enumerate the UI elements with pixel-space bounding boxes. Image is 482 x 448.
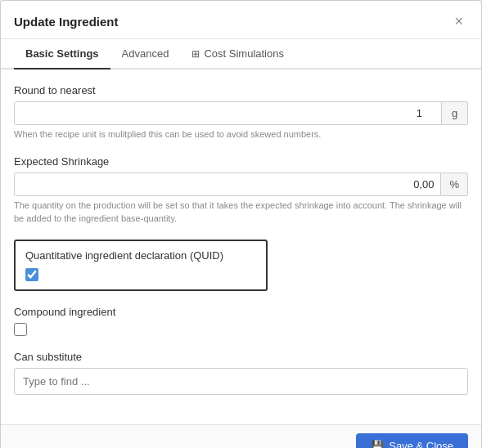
- update-ingredient-dialog: Update Ingredient × Basic Settings Advan…: [0, 0, 482, 448]
- round-to-nearest-suffix: g: [442, 101, 468, 125]
- quid-label: Quantitative ingredient declaration (QUI…: [25, 249, 256, 262]
- quid-checkbox-row: [25, 268, 256, 281]
- tab-bar: Basic Settings Advanced ⊞ Cost Simulatio…: [1, 39, 481, 69]
- tab-cost-simulations-label: Cost Simulations: [204, 47, 284, 60]
- round-to-nearest-label: Round to nearest: [14, 84, 468, 96]
- expected-shrinkage-group: Expected Shrinkage % The quantity on the…: [14, 155, 468, 225]
- round-to-nearest-group: Round to nearest g When the recipe unit …: [14, 84, 468, 141]
- tab-basic-settings-label: Basic Settings: [25, 47, 99, 60]
- save-close-button[interactable]: 💾 Save & Close: [356, 433, 468, 448]
- tab-advanced[interactable]: Advanced: [110, 39, 181, 69]
- dialog-title: Update Ingredient: [14, 15, 119, 29]
- tab-advanced-label: Advanced: [122, 47, 169, 60]
- save-close-label: Save & Close: [389, 440, 453, 448]
- tab-cost-simulations[interactable]: ⊞ Cost Simulations: [180, 39, 295, 69]
- expected-shrinkage-hint: The quantity on the production will be s…: [14, 199, 468, 225]
- table-icon: ⊞: [191, 48, 200, 60]
- dialog-body: Round to nearest g When the recipe unit …: [1, 69, 481, 424]
- compound-ingredient-checkbox[interactable]: [14, 323, 27, 336]
- close-button[interactable]: ×: [449, 12, 468, 30]
- compound-ingredient-label: Compound ingredient: [14, 306, 468, 318]
- can-substitute-input[interactable]: [14, 368, 468, 395]
- expected-shrinkage-input-row: %: [14, 172, 468, 196]
- expected-shrinkage-input[interactable]: [14, 172, 441, 196]
- round-to-nearest-hint: When the recipe unit is mulitplied this …: [14, 128, 468, 141]
- quid-group: Quantitative ingredient declaration (QUI…: [14, 240, 268, 291]
- round-to-nearest-input[interactable]: [14, 101, 442, 125]
- quid-checkbox[interactable]: [25, 268, 38, 281]
- save-icon: 💾: [371, 440, 384, 448]
- compound-ingredient-group: Compound ingredient: [14, 306, 468, 336]
- can-substitute-group: Can substitute: [14, 351, 468, 395]
- compound-ingredient-checkbox-row: [14, 323, 468, 336]
- expected-shrinkage-suffix: %: [441, 172, 468, 196]
- tab-basic-settings[interactable]: Basic Settings: [14, 39, 110, 69]
- round-to-nearest-input-row: g: [14, 101, 468, 125]
- dialog-header: Update Ingredient ×: [1, 1, 481, 39]
- can-substitute-label: Can substitute: [14, 351, 468, 363]
- expected-shrinkage-label: Expected Shrinkage: [14, 155, 468, 168]
- dialog-footer: 💾 Save & Close: [1, 424, 481, 448]
